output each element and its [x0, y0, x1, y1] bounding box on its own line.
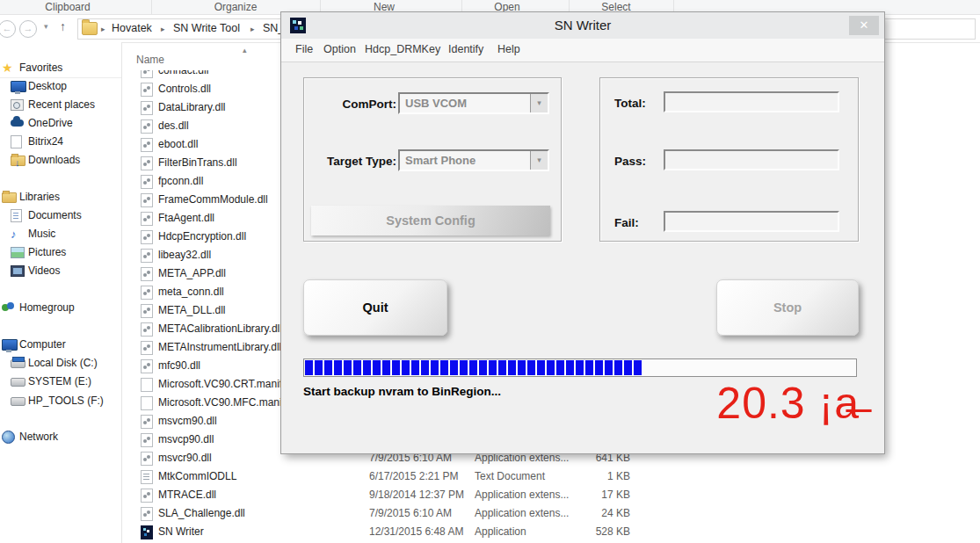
quit-button[interactable]: Quit — [303, 279, 447, 336]
videos-icon — [11, 265, 25, 277]
text-file-icon — [141, 470, 153, 484]
dropdown-chevron-icon[interactable]: ▾ — [44, 22, 48, 31]
sidebar: ★Favorites Desktop Recent places OneDriv… — [0, 42, 122, 543]
dll-file-icon — [141, 341, 153, 355]
pass-field[interactable] — [664, 149, 839, 170]
sidebar-item-videos[interactable]: Videos — [0, 262, 121, 280]
fail-label: Fail: — [614, 216, 639, 229]
document-icon — [11, 135, 22, 148]
breadcrumb-separator-icon: ▸ — [250, 25, 255, 33]
dll-file-icon — [141, 267, 153, 281]
file-row[interactable]: SLA_Challenge.dll7/9/2015 6:10 AMApplica… — [136, 504, 980, 523]
computer-icon — [2, 339, 18, 351]
sidebar-item-homegroup[interactable]: Homegroup — [0, 299, 121, 317]
dll-file-icon — [141, 119, 153, 134]
dll-file-icon — [141, 156, 153, 170]
onedrive-cloud-icon — [11, 119, 24, 127]
dialog-title: SN Writer — [281, 18, 884, 33]
sidebar-item-downloads[interactable]: Downloads — [0, 151, 121, 170]
connection-groupbox: ComPort: USB VCOM ▾ Target Type: Smart P… — [303, 77, 562, 242]
combo-arrow-icon[interactable]: ▾ — [530, 94, 548, 112]
sidebar-item-desktop[interactable]: Desktop — [0, 77, 121, 96]
documents-icon — [11, 209, 22, 222]
dll-file-icon — [141, 286, 153, 300]
file-row[interactable]: SN Writer12/31/2015 6:48 AMApplication52… — [136, 523, 980, 541]
dll-file-icon — [141, 489, 153, 503]
menu-option[interactable]: Option — [323, 43, 356, 55]
forward-icon[interactable]: → — [19, 20, 37, 38]
stop-button[interactable]: Stop — [716, 279, 859, 336]
recent-places-icon — [11, 99, 24, 111]
sidebar-item-bitrix24[interactable]: Bitrix24 — [0, 133, 121, 151]
music-note-icon: ♪ — [11, 228, 25, 241]
breadcrumb-sn-write-tool[interactable]: SN Write Tool — [173, 22, 240, 34]
dll-file-icon — [141, 212, 153, 226]
menu-identify[interactable]: Identify — [448, 43, 483, 55]
combo-arrow-icon[interactable]: ▾ — [530, 151, 548, 170]
menu-file[interactable]: File — [295, 43, 313, 55]
sn-writer-app-icon — [141, 525, 153, 539]
dll-file-icon — [141, 249, 153, 263]
comport-combobox[interactable]: USB VCOM ▾ — [398, 92, 549, 114]
dll-file-icon — [141, 83, 153, 97]
menu-help[interactable]: Help — [497, 43, 520, 55]
column-header-name[interactable]: Name — [136, 54, 164, 66]
breadcrumb-separator-icon: ▸ — [161, 25, 165, 33]
ribbon-group-open: Open — [494, 1, 519, 13]
drive-icon — [11, 378, 25, 387]
screen: Clipboard Organize New Open Select ← → ▾… — [0, 0, 980, 543]
drive-icon — [11, 397, 25, 406]
dll-file-icon — [141, 359, 153, 373]
fail-field[interactable] — [664, 211, 839, 232]
dll-file-icon — [141, 101, 153, 115]
ribbon-group-clipboard: Clipboard — [45, 1, 90, 13]
manifest-file-icon — [141, 396, 153, 410]
sort-ascending-icon: ▴ — [243, 46, 247, 54]
progress-fill — [305, 360, 642, 375]
local-disk-icon — [11, 359, 25, 368]
sn-writer-dialog: SN Writer ✕ File Option Hdcp_DRMKey Iden… — [281, 12, 884, 453]
progress-bar — [303, 358, 857, 377]
dll-file-icon — [141, 138, 153, 152]
sidebar-item-favorites[interactable]: ★Favorites — [0, 59, 121, 77]
total-field[interactable] — [664, 91, 839, 112]
breadcrumb-separator-icon: ▸ — [101, 25, 105, 33]
file-row[interactable]: MTRACE.dll9/18/2014 12:37 PMApplication … — [136, 486, 980, 504]
dll-file-icon — [141, 452, 153, 466]
sidebar-item-onedrive[interactable]: OneDrive — [0, 114, 121, 133]
file-row[interactable]: MtkCommIODLL6/17/2015 2:21 PMText Docume… — [136, 467, 980, 486]
dll-file-icon — [141, 70, 153, 78]
counters-groupbox: Total: Pass: Fail: — [599, 77, 859, 242]
ribbon-group-select: Select — [601, 1, 630, 13]
up-icon[interactable]: ↑ — [60, 19, 66, 33]
sidebar-item-system-e[interactable]: SYSTEM (E:) — [0, 373, 121, 391]
close-icon[interactable]: ✕ — [849, 16, 879, 35]
sidebar-item-recent-places[interactable]: Recent places — [0, 96, 121, 114]
dll-file-icon — [141, 193, 153, 207]
network-globe-icon — [2, 431, 15, 444]
sidebar-item-documents[interactable]: Documents — [0, 206, 121, 225]
dialog-title-bar[interactable]: SN Writer ✕ — [281, 12, 884, 40]
ribbon-group-organize: Organize — [214, 1, 258, 13]
total-label: Total: — [614, 97, 646, 110]
breadcrumb-hovatek[interactable]: Hovatek — [112, 22, 152, 34]
dll-file-icon — [141, 507, 153, 521]
dll-file-icon — [141, 230, 153, 244]
sidebar-item-local-disk-c[interactable]: Local Disk (C:) — [0, 354, 121, 373]
sidebar-item-hp-tools-f[interactable]: HP_TOOLS (F:) — [0, 392, 121, 410]
system-config-button[interactable]: System Config — [311, 206, 550, 235]
sidebar-item-music[interactable]: ♪Music — [0, 225, 121, 243]
back-icon[interactable]: ← — [0, 20, 16, 38]
manifest-file-icon — [141, 378, 153, 392]
dll-file-icon — [141, 322, 153, 337]
dll-file-icon — [141, 304, 153, 318]
target-type-combobox[interactable]: Smart Phone ▾ — [398, 149, 549, 171]
sidebar-item-pictures[interactable]: Pictures — [0, 243, 121, 262]
sidebar-item-network[interactable]: Network — [0, 428, 121, 446]
sidebar-item-libraries[interactable]: Libraries — [0, 188, 121, 206]
sidebar-item-computer[interactable]: Computer — [0, 336, 121, 354]
ribbon-separator — [151, 0, 152, 14]
ribbon-group-new: New — [374, 1, 395, 13]
target-type-label: Target Type: — [313, 155, 396, 168]
menu-hdcp-drmkey[interactable]: Hdcp_DRMKey — [365, 43, 440, 55]
